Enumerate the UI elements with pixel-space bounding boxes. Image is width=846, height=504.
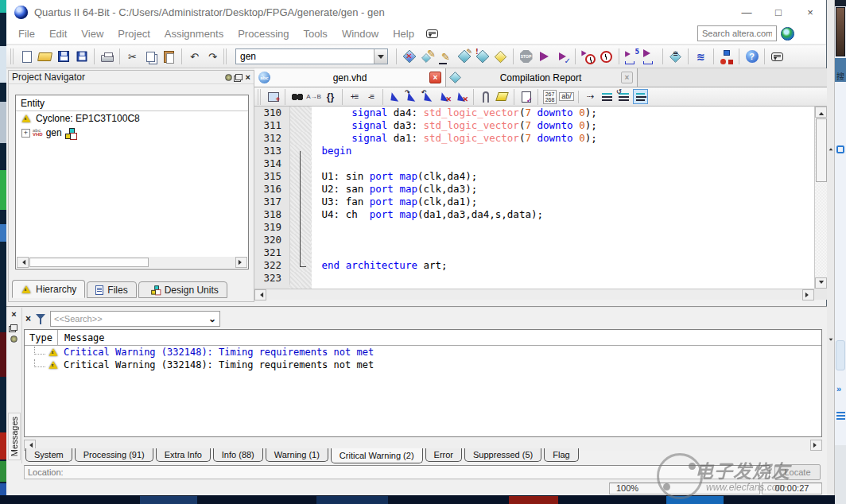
- refresh-view-button[interactable]: ↺: [616, 89, 631, 104]
- start-compilation-button[interactable]: [536, 48, 553, 65]
- indent-button[interactable]: +≡: [347, 89, 362, 104]
- location-field[interactable]: Location:: [24, 465, 770, 479]
- netlist-viewer-button[interactable]: 5: [623, 48, 640, 65]
- unindent-button[interactable]: -≡: [363, 89, 378, 104]
- feedback-button[interactable]: [769, 48, 786, 65]
- stop-button[interactable]: STOP: [518, 48, 534, 65]
- assignment-editor-button[interactable]: ✎: [419, 48, 436, 65]
- design-partition-button[interactable]: !: [474, 48, 491, 65]
- code-text[interactable]: U3: fan port map(clk,da1);: [311, 196, 477, 208]
- menu-view[interactable]: View: [74, 28, 111, 40]
- pin-planner-button[interactable]: ✎: [437, 48, 454, 65]
- message-tab-info-88[interactable]: Info (88): [213, 448, 263, 462]
- chip-planner-button[interactable]: ✎: [456, 48, 472, 65]
- chevron-down-icon[interactable]: [374, 49, 387, 64]
- column-type[interactable]: Type: [25, 330, 58, 345]
- toggle-bookmark-button[interactable]: [387, 89, 402, 104]
- tab-hierarchy[interactable]: Hierarchy: [12, 280, 85, 298]
- analyze-file-button[interactable]: [518, 89, 534, 104]
- feedback-icon[interactable]: [426, 29, 438, 38]
- close-tab-icon[interactable]: ×: [621, 72, 633, 83]
- print-button[interactable]: [99, 48, 115, 65]
- cut-button[interactable]: ✂: [124, 48, 141, 65]
- message-tab-system[interactable]: System: [25, 448, 72, 462]
- highlighter-button[interactable]: [495, 89, 510, 104]
- message-table-header[interactable]: Type Message: [25, 330, 821, 346]
- clear-filter-icon[interactable]: ×: [25, 314, 31, 324]
- code-text[interactable]: [311, 234, 316, 246]
- next-bookmark-button[interactable]: ↷: [404, 89, 419, 104]
- menu-project[interactable]: Project: [111, 28, 157, 40]
- minimize-button[interactable]: —: [731, 0, 763, 24]
- scrollbar-thumb[interactable]: [29, 258, 149, 267]
- message-tab-flag[interactable]: Flag: [544, 448, 578, 462]
- message-tab-extra-info[interactable]: Extra Info: [156, 448, 211, 462]
- expand-icon[interactable]: +: [21, 129, 30, 138]
- close-button[interactable]: ×: [794, 0, 826, 24]
- project-navigator-header[interactable]: Project Navigator ×: [9, 71, 254, 84]
- filter-icon[interactable]: [36, 314, 45, 324]
- redo-button[interactable]: ↷: [204, 48, 221, 65]
- close-panel-icon[interactable]: ×: [11, 310, 16, 319]
- code-text[interactable]: [311, 246, 316, 259]
- message-search-combobox[interactable]: <<Search>> ⌄: [50, 311, 220, 327]
- editor-horizontal-scrollbar[interactable]: [254, 289, 814, 300]
- menu-edit[interactable]: Edit: [42, 28, 74, 40]
- programmer-button[interactable]: ≋: [693, 48, 709, 65]
- previous-bookmark-button[interactable]: ↶: [421, 89, 436, 104]
- save-button[interactable]: [55, 48, 72, 65]
- code-text[interactable]: end architecture art;: [311, 259, 448, 272]
- timing-analyzer-button[interactable]: [580, 48, 596, 65]
- column-message[interactable]: Message: [58, 332, 105, 343]
- open-file-button[interactable]: [37, 48, 53, 65]
- copy-button[interactable]: [142, 48, 159, 65]
- menu-help[interactable]: Help: [386, 28, 421, 40]
- scroll-down-icon[interactable]: [815, 277, 827, 289]
- code-viewport[interactable]: 310 signal da4: std_logic_vector(7 downt…: [254, 107, 814, 289]
- code-text[interactable]: signal da4: std_logic_vector(7 downto 0)…: [311, 107, 597, 119]
- menu-assignments[interactable]: Assignments: [157, 28, 231, 40]
- classic-timing-button[interactable]: [598, 48, 615, 65]
- entity-column-header[interactable]: Entity: [16, 95, 248, 111]
- message-tab-suppressed-5[interactable]: Suppressed (5): [464, 448, 541, 462]
- scroll-right-icon[interactable]: [810, 440, 822, 451]
- code-text[interactable]: U1: sin port map(clk,da4);: [311, 170, 477, 183]
- code-text[interactable]: begin: [311, 145, 351, 157]
- scroll-left-icon[interactable]: [254, 289, 266, 300]
- message-row[interactable]: Critical Warning (332148): Timing requir…: [25, 359, 821, 371]
- goto-line-button[interactable]: ⇢: [583, 89, 598, 104]
- pin-icon[interactable]: [225, 74, 232, 81]
- code-text[interactable]: U2: san port map(clk,da3);: [311, 183, 477, 196]
- current-entity-combobox[interactable]: gen: [235, 48, 388, 64]
- code-text[interactable]: [311, 157, 316, 170]
- title-bar[interactable]: Quartus II 64-Bit - C:/Users/Administrat…: [6, 0, 826, 24]
- find-button[interactable]: [289, 89, 305, 104]
- maximize-button[interactable]: □: [763, 0, 794, 24]
- compile-design-button[interactable]: ✕: [401, 48, 417, 65]
- help-button[interactable]: ?: [743, 48, 760, 65]
- locate-button[interactable]: Locate: [774, 464, 821, 480]
- scrollbar-thumb[interactable]: [816, 118, 827, 182]
- clear-bookmark-button[interactable]: ✕: [437, 89, 452, 104]
- float-panel-icon[interactable]: [235, 74, 243, 80]
- scroll-right-icon[interactable]: [802, 289, 814, 300]
- match-brace-button[interactable]: {}: [323, 89, 338, 104]
- pin-icon[interactable]: [10, 335, 17, 343]
- undo-button[interactable]: ↶: [186, 48, 203, 65]
- menu-tools[interactable]: Tools: [297, 28, 335, 40]
- globe-icon[interactable]: [781, 27, 794, 41]
- tab-gen-vhd[interactable]: abc gen.vhd ×: [254, 68, 446, 87]
- split-window-button[interactable]: +: [266, 89, 281, 104]
- paste-button[interactable]: [161, 48, 177, 65]
- entity-horizontal-scrollbar[interactable]: [17, 257, 247, 268]
- float-panel-icon[interactable]: [10, 324, 17, 331]
- message-row[interactable]: Critical Warning (332148): Timing requir…: [25, 346, 821, 359]
- code-text[interactable]: signal da3: std_logic_vector(7 downto 0)…: [311, 119, 597, 132]
- technology-map-viewer-button[interactable]: [642, 48, 658, 65]
- message-tab-critical-warning-2[interactable]: Critical Warning (2): [331, 448, 423, 463]
- message-tab-processing-91[interactable]: Processing (91): [75, 448, 153, 462]
- start-analysis-button[interactable]: ✓: [554, 48, 571, 65]
- compilation-report-button[interactable]: ≡: [667, 48, 684, 65]
- close-tab-icon[interactable]: ×: [429, 72, 441, 83]
- toolbar-grip[interactable]: [10, 48, 14, 64]
